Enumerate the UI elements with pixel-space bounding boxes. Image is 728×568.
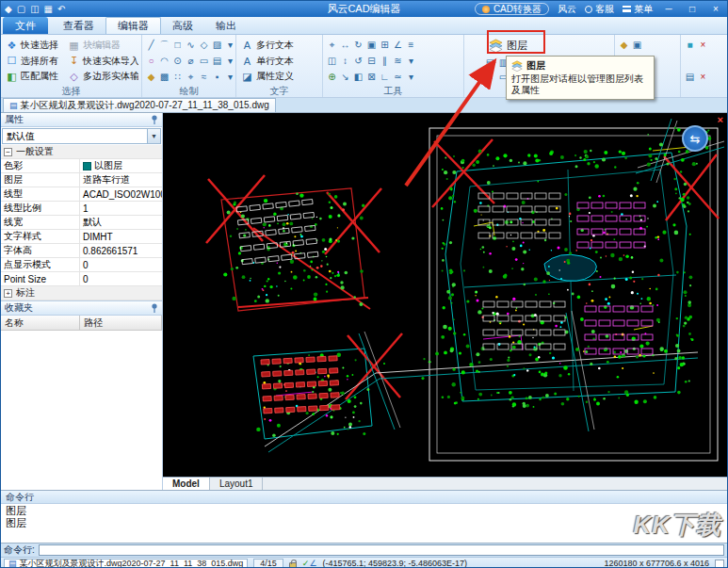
tool-icon[interactable]: ⊟	[365, 54, 378, 68]
lock-icon[interactable]	[289, 562, 297, 568]
canvas[interactable]: ⇆ ×	[163, 113, 727, 477]
menu-button[interactable]: 菜单	[623, 3, 653, 16]
property-section[interactable]: −一般设置	[1, 145, 162, 159]
tool-icon[interactable]: ∥	[379, 54, 391, 68]
draw-tool-icon[interactable]: ▾	[224, 38, 236, 52]
tool-icon[interactable]: ↺	[352, 54, 364, 68]
property-row[interactable]: 色彩以图层	[1, 159, 162, 173]
undo-icon[interactable]: ↶	[57, 4, 65, 14]
layer-tool-icon[interactable]: ≡	[484, 70, 496, 84]
draw-tool-icon[interactable]: ⊙	[171, 54, 184, 68]
draw-tool-icon[interactable]: ○	[145, 54, 157, 68]
cad-drawing[interactable]	[163, 113, 727, 477]
menu-tab-advanced[interactable]: 高级	[161, 17, 204, 34]
draw-tool-icon[interactable]: ▪	[211, 70, 223, 84]
edit-tool-icon[interactable]: ■	[684, 38, 696, 52]
cad-converter-button[interactable]: CAD转换器	[475, 3, 549, 15]
favorites-list[interactable]	[1, 331, 162, 490]
preset-dropdown[interactable]: 默认值 ▼	[2, 128, 161, 144]
property-row[interactable]: Point Size0	[1, 272, 162, 286]
edit-tool-icon[interactable]: ×	[697, 70, 709, 84]
draw-tool-icon[interactable]: ╱	[145, 38, 157, 52]
angle-icon[interactable]: ∠	[309, 559, 316, 568]
draw-tool-icon[interactable]: □	[171, 38, 184, 52]
favorites-column-header[interactable]: 名称	[1, 316, 80, 330]
ribbon-button-attribute-define[interactable]: ◪属性定义	[239, 69, 319, 84]
layer-button[interactable]: 图层	[484, 38, 611, 54]
menu-tab-output[interactable]: 输出	[204, 17, 248, 34]
draw-tool-icon[interactable]: ▭	[198, 54, 210, 68]
maximize-button[interactable]: □	[685, 4, 700, 14]
tool-icon[interactable]: ⌖	[326, 38, 338, 52]
tool-icon[interactable]: ↕	[339, 54, 351, 68]
property-row[interactable]: 图层道路车行道	[1, 173, 162, 187]
menu-tab-viewer[interactable]: 查看器	[52, 17, 105, 34]
ribbon-button-quick-entity-import[interactable]: ↧快速实体导入	[66, 54, 138, 69]
property-row[interactable]: 字体高0.862661571	[1, 244, 162, 258]
tool-icon[interactable]: ⊕	[326, 70, 338, 84]
property-row[interactable]: 线宽默认	[1, 216, 162, 230]
tool-icon[interactable]: ∟	[379, 70, 391, 84]
model-tab-layout1[interactable]: Layout1	[210, 478, 264, 490]
draw-tool-icon[interactable]: ▤	[211, 54, 223, 68]
tool-icon[interactable]: ↘	[339, 70, 351, 84]
close-button[interactable]: ×	[708, 4, 723, 14]
app-logo-icon[interactable]: ◆	[5, 4, 12, 14]
edit-tool-icon[interactable]: ×	[697, 38, 709, 52]
group-tool-icon[interactable]: ◆	[618, 38, 630, 52]
group-tool-icon[interactable]: ▣	[631, 38, 643, 52]
property-section[interactable]: +标注	[1, 286, 162, 300]
draw-tool-icon[interactable]: ⌒	[158, 38, 170, 52]
draw-tool-icon[interactable]: ◆	[145, 70, 157, 84]
ribbon-button-polygon-entity-input[interactable]: ◇多边形实体输入	[66, 69, 138, 84]
model-tab-model[interactable]: Model	[163, 478, 210, 490]
collapse-icon[interactable]: +	[4, 289, 12, 298]
tool-icon[interactable]: ≃	[392, 70, 404, 84]
open-file-icon[interactable]: ◫	[30, 4, 39, 14]
save-file-icon[interactable]: ▦	[44, 4, 53, 14]
support-button[interactable]: 客服	[585, 3, 614, 16]
tool-icon[interactable]: ▾	[405, 54, 417, 68]
favorites-column-header[interactable]: 路径	[80, 316, 162, 330]
draw-tool-icon[interactable]: ≈	[198, 70, 210, 84]
tool-icon[interactable]: ▣	[365, 38, 378, 52]
tool-icon[interactable]: ▾	[405, 70, 417, 84]
layer-tool-icon[interactable]: ▤	[484, 56, 496, 70]
new-file-icon[interactable]: ▢	[17, 4, 25, 14]
tool-icon[interactable]: ↔	[339, 38, 351, 52]
collapse-icon[interactable]: −	[4, 148, 12, 156]
pin-icon[interactable]	[151, 303, 158, 314]
property-row[interactable]: 线型ACAD_ISO02W100	[1, 187, 162, 202]
ribbon-button-select-all[interactable]: ☐选择所有	[4, 54, 64, 69]
pan-tool-icon[interactable]: ⇆	[682, 125, 708, 152]
command-input[interactable]	[39, 544, 724, 556]
tool-icon[interactable]: ◫	[326, 54, 338, 68]
status-document[interactable]: ▤ 某小区规划及景观设计.dwg2020-07-27_11_11_38_015.…	[4, 559, 248, 568]
ribbon-button-single-text[interactable]: A单行文本	[239, 54, 319, 69]
draw-tool-icon[interactable]: ◠	[158, 54, 170, 68]
ribbon-button-block-editor[interactable]: ▦块编辑器	[66, 38, 138, 53]
property-row[interactable]: 点显示模式0	[1, 258, 162, 272]
tool-icon[interactable]: ≡	[405, 38, 417, 52]
tool-icon[interactable]: ∠	[392, 38, 404, 52]
pin-icon[interactable]	[151, 115, 158, 125]
draw-tool-icon[interactable]: ◇	[198, 38, 210, 52]
ribbon-button-mtext[interactable]: A多行文本	[239, 38, 319, 53]
draw-tool-icon[interactable]: ▨	[211, 38, 223, 52]
edit-tool-icon[interactable]: ▤	[684, 70, 696, 84]
status-box[interactable]	[715, 560, 724, 568]
command-history[interactable]: 图层图层	[1, 504, 727, 543]
menu-tab-editor[interactable]: 编辑器	[105, 17, 161, 34]
file-menu-button[interactable]: 文件	[3, 17, 48, 34]
draw-tool-icon[interactable]: ⌖	[185, 70, 197, 84]
tool-icon[interactable]: ↻	[352, 38, 364, 52]
draw-tool-icon[interactable]: ▾	[224, 70, 236, 84]
ribbon-button-match-properties[interactable]: ◧匹配属性	[4, 69, 64, 84]
tool-icon[interactable]: ⊞	[379, 38, 391, 52]
tool-icon[interactable]: ◧	[352, 70, 364, 84]
draw-tool-icon[interactable]: ▩	[158, 70, 170, 84]
page-indicator[interactable]: 4/15	[253, 559, 283, 568]
brand-button[interactable]: 风云	[558, 3, 576, 16]
minimize-button[interactable]: ─	[661, 4, 676, 14]
tool-icon[interactable]: ≋	[392, 54, 404, 68]
